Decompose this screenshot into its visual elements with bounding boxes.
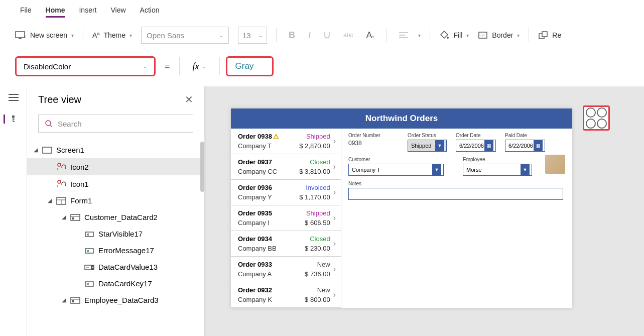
close-icon[interactable]: ✕ [185,93,193,105]
paid-date-input[interactable]: 6/22/2006 ▦ [505,140,545,152]
order-date-input[interactable]: 6/22/2006 ▦ [456,140,496,152]
collapse-icon[interactable]: ◢ [61,297,66,303]
svg-point-21 [58,180,61,183]
italic-button[interactable]: I [305,30,314,41]
svg-rect-37 [72,300,74,302]
font-color-button[interactable]: A▾ [363,30,377,41]
svg-rect-28 [72,217,74,219]
order-id: Order 0938⚠ [238,133,279,140]
scrollbar-thumb[interactable] [200,142,204,192]
theme-button[interactable]: Aª Theme ▾ [92,31,132,39]
order-company: Company T [238,142,279,150]
search-placeholder: Search [58,120,82,128]
tree-node[interactable]: ◢Form1 [27,192,200,209]
order-status-select[interactable]: Shipped ▼ [408,140,447,152]
tree-node[interactable]: ErrorMessage17 [27,242,200,259]
order-amount: $ 1,170.00 [299,193,330,201]
tree-node[interactable]: ◢Customer_DataCard2 [27,209,200,226]
chevron-down-icon: ▾ [130,33,132,38]
order-item[interactable]: Order 0933Company ANew$ 736.00› [231,257,341,282]
font-size-select[interactable]: 13 ⌄ [238,27,267,44]
order-item[interactable]: Order 0935Company IShipped$ 606.50› [231,205,341,231]
field-icon [84,231,94,238]
card-icon [70,297,80,304]
order-item[interactable]: Order 0936Company YInvoiced$ 1,170.00› [231,180,341,205]
fill-button[interactable]: Fill ▾ [439,31,469,40]
align-button[interactable] [396,32,411,39]
chevron-down-icon: ⌄ [143,64,147,69]
collapse-icon[interactable]: ◢ [61,214,66,220]
notes-label: Notes [348,181,565,186]
fx-button[interactable]: fx ⌄ [186,56,213,76]
order-id: Order 0935 [238,209,272,217]
tree-node-label: DataCardValue13 [98,263,158,271]
menu-view[interactable]: View [110,4,125,18]
tree-node[interactable]: +Icon1 [27,175,200,192]
border-icon [478,31,488,39]
tree-node[interactable]: DataCardKey17 [27,275,200,292]
detail-panel: Order Number 0938 Order Status Shipped ▼… [341,129,572,308]
sync-icon-selected[interactable] [583,105,610,131]
search-icon [45,120,53,128]
order-id: Order 0933 [238,261,272,268]
app-title: Northwind Orders [231,108,572,129]
customer-select[interactable]: Company T ▼ [348,164,444,176]
tree: ◢Screen1+Icon2+Icon1◢Form1◢Customer_Data… [27,142,204,336]
strikethrough-button[interactable]: abc [340,32,356,39]
chevron-right-icon: › [333,290,336,299]
order-item[interactable]: Order 0937Company CCClosed$ 3,810.00› [231,154,341,180]
left-rail [0,86,27,336]
employee-avatar [545,155,565,174]
order-company: Company I [238,219,272,227]
menu-action[interactable]: Action [140,4,160,18]
tree-node[interactable]: +Icon2 [27,158,200,175]
menu-file[interactable]: File [20,4,32,18]
order-company: Company A [238,270,272,278]
order-amount: $ 3,810.00 [299,168,330,175]
fill-icon [439,31,449,40]
chevron-down-icon: ▼ [435,140,444,151]
svg-text:+: + [56,167,59,171]
order-status: Shipped [299,133,330,140]
tree-node[interactable]: ◢Screen1 [27,142,200,158]
tree-node[interactable]: DataCardValue13 [27,259,200,275]
employee-select[interactable]: Morse ▼ [463,164,532,176]
hamburger-icon[interactable] [8,93,19,101]
property-select[interactable]: DisabledColor ⌄ [15,56,156,76]
order-item[interactable]: Order 0938⚠Company TShipped$ 2,870.00› [231,129,341,154]
tree-node[interactable]: StarVisible17 [27,226,200,242]
field-icon [84,280,94,287]
order-company: Company Y [238,193,272,201]
formula-value: Gray [235,61,254,71]
chevron-right-icon: › [333,239,336,248]
menu-insert[interactable]: Insert [79,4,96,18]
font-select[interactable]: Open Sans ⌄ [141,27,229,44]
underline-button[interactable]: U [321,30,333,41]
collapse-icon[interactable]: ◢ [33,147,38,153]
bold-button[interactable]: B [286,30,298,41]
menu-home[interactable]: Home [46,4,65,18]
new-screen-button[interactable]: + New screen ▾ [15,31,74,39]
border-button[interactable]: Border ▾ [478,31,520,39]
formula-input[interactable]: Gray [226,56,274,76]
order-amount: $ 230.00 [305,245,330,252]
sync-icon: + [56,179,66,188]
chevron-down-icon: ▾ [71,33,74,38]
search-input[interactable]: Search [38,115,193,133]
tree-node[interactable]: ◢Employee_DataCard3 [27,292,200,308]
calendar-icon: ▦ [484,140,493,151]
tree-view-icon[interactable] [4,115,15,124]
tree-node-label: Customer_DataCard2 [84,213,158,221]
reorder-button[interactable]: Re [538,31,561,40]
reorder-label: Re [552,31,561,39]
notes-input[interactable] [348,188,563,200]
tree-node-label: ErrorMessage17 [98,246,154,255]
chevron-right-icon: › [333,188,336,197]
chevron-right-icon: › [333,137,336,146]
collapse-icon[interactable]: ◢ [47,197,52,204]
svg-rect-30 [85,249,93,253]
svg-rect-34 [85,282,93,286]
order-item[interactable]: Order 0934Company BBClosed$ 230.00› [231,231,341,257]
order-item[interactable]: Order 0932Company KNew$ 800.00› [231,282,341,308]
order-company: Company K [238,296,272,303]
